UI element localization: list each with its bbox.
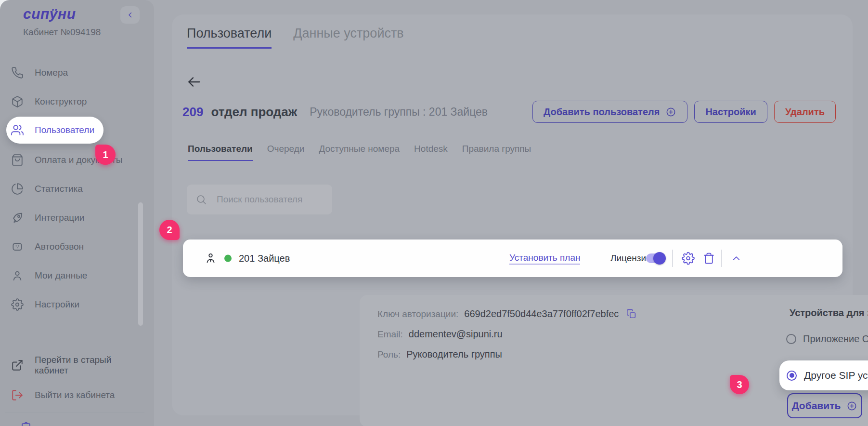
- sidebar-item-label: Номера: [35, 67, 68, 78]
- sidebar-item-label: Настройки: [35, 299, 79, 310]
- sidebar-item-users[interactable]: Пользователи: [6, 117, 104, 144]
- sidebar-item-old-cabinet[interactable]: Перейти в старый кабинет: [6, 352, 147, 379]
- chevron-up-icon[interactable]: [731, 253, 742, 264]
- back-button[interactable]: [185, 74, 203, 90]
- group-actions: Добавить пользователя Настройки Удалить: [532, 101, 836, 123]
- gift-icon[interactable]: [20, 420, 32, 426]
- email-value: ddementev@sipuni.ru: [409, 329, 503, 340]
- main-tabs: Пользователи Данные устройств: [187, 26, 404, 49]
- bag-icon: [11, 154, 24, 166]
- tab-users[interactable]: Пользователи: [187, 26, 272, 49]
- logo: сипӱни: [23, 6, 76, 22]
- divider: [672, 250, 673, 267]
- group-name: отдел продаж: [211, 105, 297, 120]
- sidebar-item-label: Интеграции: [35, 213, 84, 223]
- cube-icon: [11, 95, 24, 108]
- sidebar-item-logout[interactable]: Выйти из кабинета: [6, 382, 147, 409]
- add-device-button[interactable]: Добавить: [787, 393, 862, 418]
- copy-icon[interactable]: [626, 309, 636, 319]
- add-user-button[interactable]: Добавить пользователя: [532, 101, 687, 123]
- radio-unchecked[interactable]: [786, 334, 796, 344]
- role-value: Руководитель группы: [406, 349, 502, 360]
- role-row: Роль: Руководитель группы: [377, 349, 636, 360]
- auth-key-value: 669d2ed7f50d44e3a77f0ff02f7ebfec: [464, 308, 619, 320]
- robot-icon: [11, 240, 24, 253]
- license-toggle[interactable]: [646, 253, 664, 263]
- tab-device-data[interactable]: Данные устройств: [293, 26, 403, 49]
- user-details-panel: Ключ авторизации: 669d2ed7f50d44e3a77f0f…: [360, 295, 868, 426]
- auth-key-row: Ключ авторизации: 669d2ed7f50d44e3a77f0f…: [377, 308, 636, 320]
- sidebar-item-label: Выйти из кабинета: [35, 390, 115, 400]
- group-subtabs: Пользователи Очереди Доступные номера Ho…: [188, 144, 531, 161]
- subtab-hotdesk[interactable]: Hotdesk: [414, 144, 448, 161]
- search-input[interactable]: [216, 194, 324, 205]
- device-row-app: Приложение Сипуни: [786, 325, 868, 353]
- sidebar-scrollbar[interactable]: [138, 202, 143, 326]
- subtab-users[interactable]: Пользователи: [188, 144, 253, 161]
- person-tie-icon: [204, 252, 217, 265]
- gear-icon[interactable]: [682, 252, 695, 265]
- tour-step-badge-2: 2: [159, 220, 180, 240]
- plus-circle-icon: [846, 400, 857, 412]
- role-label: Роль:: [377, 349, 401, 360]
- rocket-icon: [11, 212, 24, 224]
- sidebar-item-label: Пользователи: [35, 125, 94, 135]
- group-manager: Руководитель группы : 201 Зайцев: [310, 106, 488, 119]
- sidebar-item-autodial[interactable]: Автообзвон: [6, 233, 147, 260]
- email-row: Email: ddementev@sipuni.ru: [377, 329, 636, 340]
- phone-icon: [11, 67, 24, 79]
- group-titlebar: 209 отдел продаж Руководитель группы : 2…: [182, 100, 836, 124]
- back-arrow-icon: [185, 74, 203, 90]
- tour-step-badge-1: 1: [95, 145, 116, 165]
- cabinet-number: Кабинет №094198: [23, 27, 101, 38]
- user-search: [187, 185, 332, 214]
- logout-icon: [11, 389, 24, 401]
- sidebar-item-label: Конструктор: [35, 96, 87, 107]
- sidebar-item-billing[interactable]: Оплата и документы: [6, 146, 147, 173]
- radio-checked[interactable]: [787, 371, 797, 381]
- trash-icon[interactable]: [703, 253, 715, 265]
- sidebar-item-numbers[interactable]: Номера: [6, 59, 147, 86]
- device-label: Другое SIP устройство: [804, 370, 868, 381]
- user-name: 201 Зайцев: [239, 253, 290, 264]
- divider: [721, 250, 722, 267]
- group-settings-button[interactable]: Настройки: [694, 101, 767, 123]
- plus-circle-icon: [665, 106, 676, 118]
- auth-key-label: Ключ авторизации:: [377, 309, 458, 320]
- subtab-available-numbers[interactable]: Доступные номера: [319, 144, 400, 161]
- sidebar-item-label: Мои данные: [35, 270, 87, 281]
- main-panel: Пользователи Данные устройств 209 отдел …: [172, 14, 853, 415]
- status-dot: [224, 255, 232, 262]
- tour-step-badge-3: 3: [730, 375, 749, 394]
- email-label: Email:: [377, 329, 403, 340]
- device-row-sip[interactable]: Другое SIP устройство: [779, 360, 868, 390]
- person-icon: [11, 269, 24, 282]
- sidebar-item-label: Перейти в старый кабинет: [35, 355, 147, 376]
- sidebar-item-integrations[interactable]: Интеграции: [6, 204, 147, 231]
- sidebar-collapse-button[interactable]: [120, 6, 140, 24]
- set-plan-link[interactable]: Установить план: [509, 253, 580, 265]
- devices-title: Устройства для звонков: [790, 307, 868, 319]
- device-label: Приложение Сипуни: [803, 333, 868, 345]
- sidebar-item-settings[interactable]: Настройки: [6, 291, 147, 318]
- group-delete-button[interactable]: Удалить: [774, 101, 836, 123]
- sidebar-item-label: Автообзвон: [35, 241, 84, 252]
- gear-icon: [11, 298, 24, 311]
- group-number: 209: [182, 105, 203, 120]
- sidebar-item-statistics[interactable]: Статистика: [6, 175, 147, 202]
- user-row[interactable]: 201 Зайцев Установить план Лицензия: [183, 240, 842, 277]
- subtab-group-rules[interactable]: Правила группы: [462, 144, 531, 161]
- user-info: Ключ авторизации: 669d2ed7f50d44e3a77f0f…: [377, 308, 636, 360]
- users-icon: [11, 124, 24, 136]
- subtab-queues[interactable]: Очереди: [267, 144, 305, 161]
- sidebar-item-constructor[interactable]: Конструктор: [6, 88, 147, 115]
- sidebar-divider: [5, 413, 144, 413]
- search-icon: [195, 194, 207, 205]
- page: сипӱни Кабинет №094198 Номера Конструкто…: [0, 0, 868, 426]
- sidebar-item-my-data[interactable]: Мои данные: [6, 262, 147, 289]
- external-link-icon: [11, 359, 24, 372]
- chevron-left-icon: [125, 10, 135, 20]
- license-label: Лицензия: [610, 253, 651, 264]
- sidebar-item-label: Статистика: [35, 184, 83, 194]
- pie-chart-icon: [11, 183, 24, 195]
